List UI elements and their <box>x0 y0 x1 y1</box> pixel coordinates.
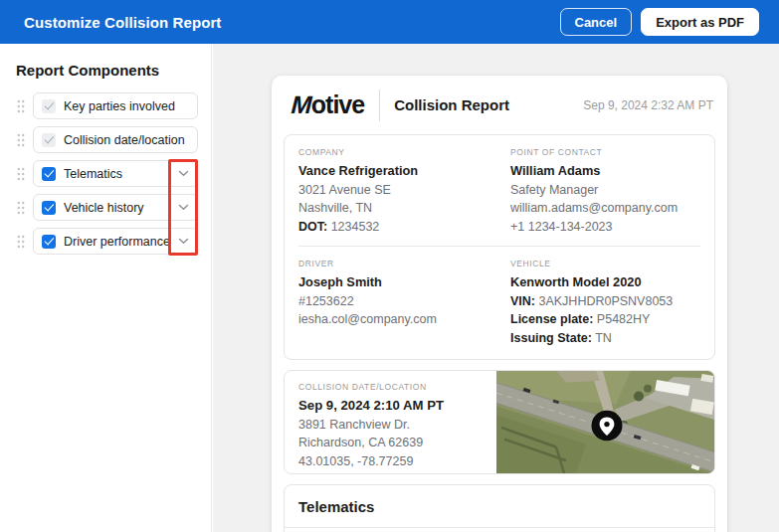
collision-address-1: 3891 Ranchview Dr. <box>298 416 487 435</box>
company-address-2: Nashville, TN <box>298 199 510 218</box>
vehicle-label: VEHICLE <box>510 259 700 268</box>
component-row-key-parties-involved: Key parties involved <box>0 92 211 119</box>
component-box[interactable]: Driver performance <box>33 228 198 255</box>
collision-date-location-section: COLLISION DATE/LOCATION Sep 9, 2024 2:10… <box>284 370 715 474</box>
vehicle-plate: License plate: P5482HY <box>510 310 700 329</box>
contact-name: William Adams <box>510 162 700 181</box>
top-bar-actions: Cancel Export as PDF <box>560 8 760 36</box>
checkbox-icon[interactable] <box>42 235 56 249</box>
drag-handle-icon[interactable] <box>17 133 25 147</box>
collision-details: COLLISION DATE/LOCATION Sep 9, 2024 2:10… <box>285 371 496 473</box>
component-label: Driver performance <box>64 235 170 249</box>
collision-map-image <box>496 371 714 473</box>
checkbox-icon[interactable] <box>42 167 56 181</box>
report-generated-date: Sep 9, 2024 2:32 AM PT <box>583 98 713 112</box>
driver-id: #1253622 <box>298 292 510 311</box>
company-address-1: 3021 Avenue SE <box>298 181 510 200</box>
chevron-down-icon[interactable] <box>178 238 189 245</box>
collision-address-2: Richardson, CA 62639 <box>298 434 487 452</box>
collision-coordinates: 43.01035, -78.77259 <box>298 452 487 471</box>
drag-handle-icon[interactable] <box>17 99 25 113</box>
driver-label: DRIVER <box>298 259 510 268</box>
checkbox-icon[interactable] <box>42 133 56 147</box>
report-components-list: Key parties involved Collision date/loca… <box>0 92 211 262</box>
component-box[interactable]: Key parties involved <box>33 92 198 119</box>
report-preview-area: Motive Collision Report Sep 9, 2024 2:32… <box>213 44 779 532</box>
contact-label: POINT OF CONTACT <box>510 147 700 157</box>
sidebar-heading: Report Components <box>16 62 211 79</box>
logo-divider <box>379 89 380 121</box>
location-pin-icon <box>592 411 623 441</box>
component-box[interactable]: Telematics <box>33 160 198 187</box>
contact-email: william.adams@company.com <box>510 199 700 218</box>
chevron-down-icon[interactable] <box>178 170 189 177</box>
report-title: Collision Report <box>394 96 509 113</box>
collision-datetime: Sep 9, 2024 2:10 AM PT <box>298 397 487 416</box>
component-row-telematics: Telematics <box>0 160 211 187</box>
drag-handle-icon[interactable] <box>17 167 25 181</box>
component-row-vehicle-history: Vehicle history <box>0 194 211 221</box>
contact-role: Safety Manager <box>510 181 700 200</box>
drag-handle-icon[interactable] <box>17 235 25 249</box>
driver-name: Joseph Smith <box>298 273 510 292</box>
report-header: Motive Collision Report Sep 9, 2024 2:32… <box>272 76 727 134</box>
top-bar: Customize Collision Report Cancel Export… <box>0 0 779 44</box>
telematics-section: Telematics TIME OF IMPACT <box>284 484 715 532</box>
component-box[interactable]: Vehicle history <box>33 194 198 221</box>
vehicle-name: Kenworth Model 2020 <box>510 273 700 292</box>
driver-block: DRIVER Joseph Smith #1253622 iesha.col@c… <box>298 259 510 347</box>
checkbox-icon[interactable] <box>42 201 56 215</box>
vehicle-vin: VIN: 3AKJHHDR0PSNV8053 <box>510 292 700 311</box>
contact-phone: +1 1234-134-2023 <box>510 218 700 237</box>
company-dot: DOT: 1234532 <box>298 218 510 237</box>
component-label: Key parties involved <box>64 99 175 113</box>
report-components-sidebar: Report Components Key parties involved <box>0 44 212 532</box>
cancel-button[interactable]: Cancel <box>560 8 633 36</box>
company-label: COMPANY <box>298 147 510 157</box>
telematics-heading: Telematics <box>285 485 714 528</box>
export-as-pdf-button[interactable]: Export as PDF <box>641 8 759 36</box>
company-name: Vance Refrigeration <box>298 162 510 181</box>
time-of-impact-label: TIME OF IMPACT <box>285 528 714 532</box>
vehicle-issuing-state: Issuing State: TN <box>510 329 700 348</box>
company-block: COMPANY Vance Refrigeration 3021 Avenue … <box>298 147 510 236</box>
component-row-driver-performance: Driver performance <box>0 228 211 255</box>
collision-label: COLLISION DATE/LOCATION <box>298 382 487 392</box>
key-parties-section: COMPANY Vance Refrigeration 3021 Avenue … <box>284 134 715 360</box>
component-box[interactable]: Collision date/location <box>33 126 198 153</box>
driver-email: iesha.col@company.com <box>298 310 510 329</box>
section-divider <box>298 246 700 247</box>
checkbox-icon[interactable] <box>42 99 56 113</box>
component-label: Telematics <box>64 167 122 181</box>
customize-collision-report-window: Customize Collision Report Cancel Export… <box>0 0 779 532</box>
report-preview-card: Motive Collision Report Sep 9, 2024 2:32… <box>272 76 727 532</box>
chevron-down-icon[interactable] <box>178 204 189 211</box>
component-row-collision-date-location: Collision date/location <box>0 126 211 153</box>
drag-handle-icon[interactable] <box>17 201 25 215</box>
component-label: Collision date/location <box>64 133 185 147</box>
page-title: Customize Collision Report <box>24 14 221 31</box>
vehicle-block: VEHICLE Kenworth Model 2020 VIN: 3AKJHHD… <box>510 259 700 347</box>
component-label: Vehicle history <box>64 201 144 215</box>
point-of-contact-block: POINT OF CONTACT William Adams Safety Ma… <box>510 147 700 236</box>
motive-logo: Motive <box>292 90 364 119</box>
